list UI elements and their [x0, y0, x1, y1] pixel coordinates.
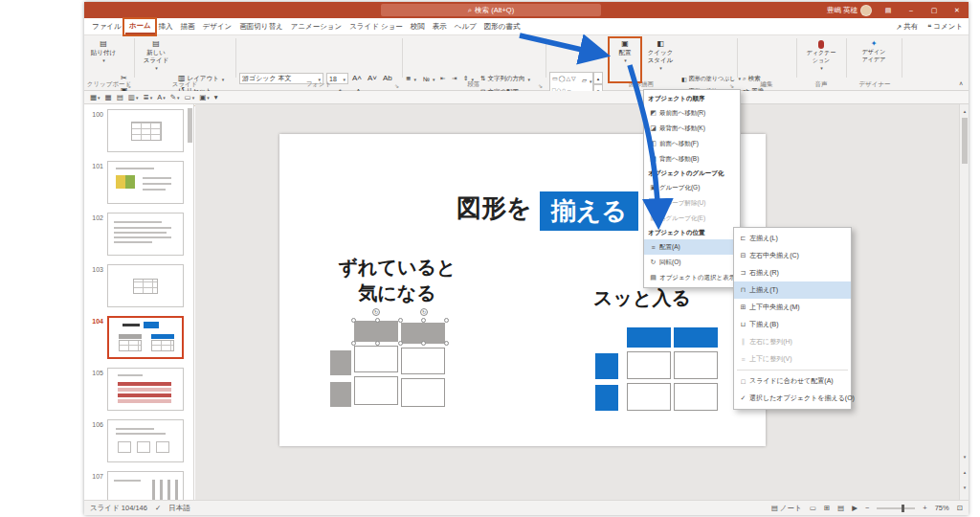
- tab-home[interactable]: ホーム: [125, 18, 155, 34]
- submenu-item-align-bottom[interactable]: ⊔下揃え(B): [734, 316, 851, 333]
- tab-file[interactable]: ファイル: [88, 18, 125, 34]
- arrange-button[interactable]: ▣ 配置: [610, 37, 640, 64]
- table-cell[interactable]: [674, 351, 718, 379]
- maximize-button[interactable]: ▢: [923, 2, 946, 18]
- submenu-item-align-middle[interactable]: ⊞上下中央揃え(M): [734, 299, 851, 316]
- new-slide-button[interactable]: ▤ 新しい スライド: [138, 37, 174, 72]
- tab-review[interactable]: 校閲: [407, 18, 429, 34]
- share-button[interactable]: ↗共有: [896, 22, 918, 32]
- table-cell[interactable]: [354, 346, 398, 372]
- menu-item-group[interactable]: ▣グループ化(G): [644, 180, 740, 195]
- selection-handle[interactable]: [444, 318, 449, 323]
- paragraph-dialog-launcher[interactable]: ⇘: [538, 82, 543, 89]
- tab-help[interactable]: ヘルプ: [451, 18, 480, 34]
- tab-view[interactable]: 表示: [429, 18, 451, 34]
- blue-header-cell[interactable]: [627, 327, 671, 348]
- tab-shape-format[interactable]: 図形の書式: [480, 18, 524, 34]
- table-cell[interactable]: [627, 383, 671, 411]
- next-slide-button[interactable]: ▾: [961, 483, 969, 492]
- design-ideas-button[interactable]: ✦ デザイン アイデア: [850, 37, 898, 63]
- blue-header-cell[interactable]: [674, 327, 718, 348]
- gray-header-cell[interactable]: [354, 321, 398, 342]
- selection-handle[interactable]: [375, 318, 380, 323]
- thumbnail-scrollbar-thumb[interactable]: [188, 108, 192, 143]
- slide-thumbnail-107[interactable]: [107, 471, 184, 500]
- blue-row-header-cell[interactable]: [595, 385, 618, 411]
- previous-slide-button[interactable]: ▴: [961, 467, 969, 477]
- slide-thumbnail-103[interactable]: [107, 264, 184, 307]
- selection-handle[interactable]: [351, 318, 356, 323]
- submenu-item-align-top[interactable]: ⊓上揃え(T): [734, 281, 851, 299]
- menu-item-bring-to-front[interactable]: ◩最前面へ移動(R): [644, 105, 740, 121]
- qat-customize-button[interactable]: ▾: [213, 92, 219, 103]
- rotate-handle-icon[interactable]: ↻: [420, 308, 428, 316]
- gray-row-header-cell[interactable]: [330, 382, 351, 407]
- reading-view-button[interactable]: ▤: [837, 504, 844, 512]
- selection-handle[interactable]: [398, 341, 403, 346]
- selection-handle[interactable]: [421, 318, 426, 323]
- slide-thumbnail-102[interactable]: [107, 213, 184, 256]
- right-heading[interactable]: スッと入る: [593, 285, 691, 311]
- qat-grid-button[interactable]: ▦: [104, 92, 113, 103]
- comments-button[interactable]: ❝コメント: [927, 22, 963, 32]
- zoom-in-button[interactable]: +: [923, 504, 926, 512]
- menu-item-rotate[interactable]: ↻回転(O)▸: [644, 255, 740, 270]
- scroll-up-icon[interactable]: ▴: [961, 106, 969, 116]
- submenu-item-align-to-slide[interactable]: □スライドに合わせて配置(A): [734, 372, 851, 390]
- slide-thumbnail-104[interactable]: [107, 316, 184, 359]
- fit-to-window-icon[interactable]: ⊡: [957, 504, 963, 512]
- zoom-out-button[interactable]: −: [865, 504, 869, 512]
- tab-design[interactable]: デザイン: [199, 18, 236, 34]
- selection-handle[interactable]: [421, 341, 426, 346]
- drawing-dialog-launcher[interactable]: ⇘: [729, 82, 734, 89]
- slide-thumbnail-101[interactable]: [107, 161, 184, 204]
- minimize-button[interactable]: –: [900, 2, 923, 18]
- zoom-slider-thumb[interactable]: [902, 505, 904, 512]
- tab-draw[interactable]: 描画: [177, 18, 199, 34]
- tab-transitions[interactable]: 画面切り替え: [235, 18, 286, 34]
- table-cell[interactable]: [354, 376, 398, 405]
- font-dialog-launcher[interactable]: ⇘: [394, 82, 399, 89]
- notes-button[interactable]: ▤ノート: [771, 504, 802, 513]
- paste-button[interactable]: ▤ 貼り付け: [88, 37, 119, 64]
- vertical-scrollbar[interactable]: ▴ ▾ ▴ ▾: [959, 104, 969, 500]
- selection-handle[interactable]: [398, 318, 403, 323]
- qat-select-button[interactable]: ▣: [198, 92, 211, 103]
- gray-row-header-cell[interactable]: [330, 350, 351, 375]
- menu-item-send-backward[interactable]: ◨背面へ移動(B): [644, 151, 740, 167]
- slide-thumbnail-105[interactable]: [107, 368, 184, 411]
- tab-slideshow[interactable]: スライド ショー: [345, 18, 407, 34]
- table-cell[interactable]: [401, 378, 445, 407]
- selection-handle[interactable]: [351, 341, 356, 346]
- scrollbar-thumb[interactable]: [962, 118, 968, 164]
- close-button[interactable]: ✕: [946, 2, 969, 18]
- scroll-down-icon[interactable]: ▾: [961, 452, 969, 461]
- ribbon-display-options-button[interactable]: ▤: [877, 2, 900, 18]
- account-area[interactable]: 豊嶋 英穂: [827, 5, 872, 16]
- zoom-slider[interactable]: [877, 507, 915, 509]
- qat-align-button[interactable]: ≣: [142, 92, 153, 103]
- menu-item-bring-forward[interactable]: ◧前面へ移動(F): [644, 136, 740, 151]
- submenu-item-align-selected-objects[interactable]: ✓選択したオブジェクトを揃える(O): [734, 390, 851, 407]
- qat-font-color-button[interactable]: A: [156, 92, 167, 103]
- clipboard-dialog-launcher[interactable]: ⇘: [126, 82, 131, 89]
- submenu-item-align-left[interactable]: ⊏左揃え(L): [734, 230, 851, 247]
- blue-row-header-cell[interactable]: [595, 353, 618, 379]
- menu-item-align[interactable]: ≡配置(A)▸: [644, 239, 740, 255]
- table-cell[interactable]: [627, 351, 671, 379]
- menu-item-send-to-back[interactable]: ◪最背面へ移動(K): [644, 121, 740, 136]
- tab-animations[interactable]: アニメーション: [287, 18, 346, 34]
- language-indicator[interactable]: 日本語: [168, 504, 190, 513]
- avatar[interactable]: [860, 5, 872, 16]
- collapse-ribbon-button[interactable]: ˄: [959, 78, 963, 89]
- slideshow-button[interactable]: ▶: [852, 504, 858, 512]
- submenu-item-align-right[interactable]: ⊐右揃え(R): [734, 264, 851, 281]
- submenu-item-align-center[interactable]: ⊟左右中央揃え(C): [734, 247, 851, 264]
- search-box[interactable]: ⌕ 検索 (Alt+Q): [381, 4, 601, 16]
- table-cell[interactable]: [674, 383, 718, 411]
- tab-insert[interactable]: 挿入: [155, 18, 177, 34]
- dictate-button[interactable]: ディクテー ション: [800, 37, 842, 72]
- normal-view-button[interactable]: ▭: [810, 504, 816, 512]
- left-heading[interactable]: ずれていると 気になる: [301, 255, 493, 306]
- menu-item-selection-pane[interactable]: ▤オブジェクトの選択と表示(P)...: [644, 270, 740, 285]
